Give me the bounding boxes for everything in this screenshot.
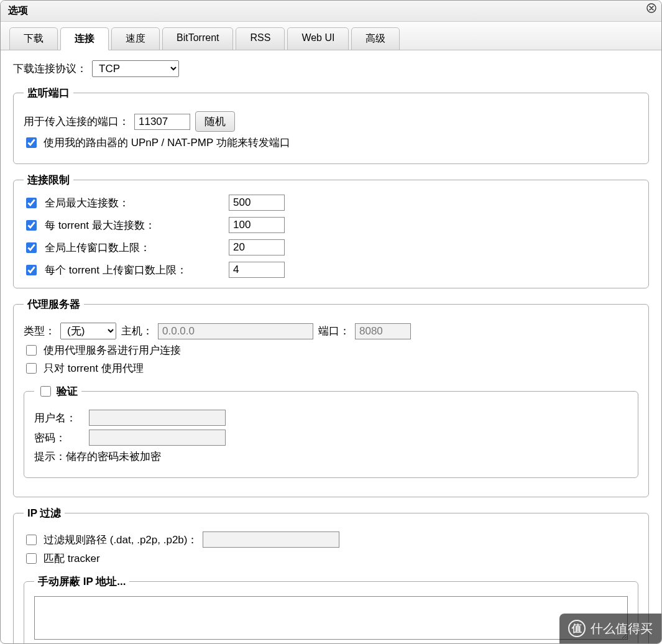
proxy-host-label: 主机：	[121, 324, 153, 338]
proxy-port-input[interactable]	[355, 323, 411, 339]
close-icon[interactable]	[646, 3, 656, 16]
proxy-torrent-only-checkbox[interactable]	[26, 363, 37, 374]
fieldset-connection-limits: 连接限制 全局最大连接数： 每 torrent 最大连接数： 全局上传窗口数上限…	[13, 173, 649, 288]
per-torrent-upload-input[interactable]	[229, 262, 285, 278]
dialog-titlebar: 选项	[1, 1, 661, 22]
per-torrent-upload-label: 每个 torrent 上传窗口数上限：	[45, 263, 187, 277]
global-upload-slots-label: 全局上传窗口数上限：	[45, 241, 150, 255]
legend-connection-limits: 连接限制	[24, 173, 73, 187]
upnp-label: 使用我的路由器的 UPnP / NAT-PMP 功能来转发端口	[44, 136, 290, 150]
tab-download[interactable]: 下载	[9, 27, 58, 50]
global-max-conn-input[interactable]	[229, 195, 285, 211]
ipfilter-path-input[interactable]	[203, 531, 339, 548]
manual-block-textarea[interactable]	[34, 596, 628, 640]
per-torrent-max-conn-input[interactable]	[229, 217, 285, 233]
ipfilter-tracker-label: 匹配 tracker	[44, 551, 100, 566]
tab-rss[interactable]: RSS	[236, 27, 285, 50]
proxy-auth-hint: 提示：储存的密码未被加密	[34, 449, 161, 464]
legend-ip-filter: IP 过滤	[24, 506, 65, 520]
proxy-auth-checkbox[interactable]	[40, 386, 51, 397]
legend-proxy: 代理服务器	[24, 297, 84, 311]
global-max-conn-label: 全局最大连接数：	[45, 196, 129, 210]
dialog-title: 选项	[8, 5, 28, 16]
proxy-peer-label: 使用代理服务器进行用户连接	[44, 343, 181, 357]
incoming-port-input[interactable]	[134, 114, 190, 130]
proxy-user-label: 用户名：	[34, 411, 84, 425]
watermark-overlay: 值 什么值得买	[559, 614, 661, 643]
legend-listen-port: 监听端口	[24, 86, 73, 100]
per-torrent-upload-checkbox[interactable]	[26, 265, 37, 275]
proxy-pass-input[interactable]	[89, 430, 226, 446]
tab-webui[interactable]: Web UI	[287, 27, 349, 50]
fieldset-proxy: 代理服务器 类型： (无) 主机： 端口： 使用代理服务器进行用户连接 只对 t…	[13, 297, 649, 497]
global-upload-slots-input[interactable]	[229, 239, 285, 255]
upnp-checkbox[interactable]	[26, 137, 37, 148]
tab-bittorrent[interactable]: BitTorrent	[162, 27, 233, 50]
proxy-port-label: 端口：	[318, 324, 350, 338]
per-torrent-max-conn-label: 每 torrent 最大连接数：	[45, 218, 155, 232]
legend-manual-block: 手动屏蔽 IP 地址...	[34, 574, 129, 589]
tab-connection[interactable]: 连接	[60, 27, 109, 50]
proxy-type-label: 类型：	[24, 324, 55, 338]
proxy-type-select[interactable]: (无)	[60, 323, 116, 339]
proxy-pass-label: 密码：	[34, 431, 84, 445]
tab-advanced[interactable]: 高级	[351, 27, 400, 50]
proxy-peer-checkbox[interactable]	[26, 345, 37, 356]
options-dialog: 选项 下载 连接 速度 BitTorrent RSS Web UI 高级 下载连…	[0, 0, 662, 644]
global-max-conn-checkbox[interactable]	[26, 198, 37, 208]
fieldset-proxy-auth: 验证 用户名： 密码： 提示：储存的密码未被加密	[24, 384, 638, 478]
protocol-label: 下载连接协议：	[13, 62, 87, 76]
fieldset-ip-filter: IP 过滤 过滤规则路径 (.dat, .p2p, .p2b)： 匹配 trac…	[13, 506, 649, 643]
proxy-torrent-only-label: 只对 torrent 使用代理	[44, 361, 144, 375]
watermark-text: 什么值得买	[591, 620, 653, 637]
watermark-badge-icon: 值	[568, 620, 586, 637]
protocol-select[interactable]: TCP	[92, 60, 179, 77]
dialog-content: 下载连接协议： TCP 监听端口 用于传入连接的端口： 随机 使用我的路由器的 …	[1, 50, 661, 643]
legend-proxy-auth: 验证	[57, 384, 78, 398]
tab-bar: 下载 连接 速度 BitTorrent RSS Web UI 高级	[1, 22, 661, 50]
global-upload-slots-checkbox[interactable]	[26, 242, 37, 253]
fieldset-listen-port: 监听端口 用于传入连接的端口： 随机 使用我的路由器的 UPnP / NAT-P…	[13, 86, 649, 164]
ipfilter-tracker-checkbox[interactable]	[26, 553, 37, 564]
incoming-port-label: 用于传入连接的端口：	[24, 114, 129, 129]
ipfilter-path-label: 过滤规则路径 (.dat, .p2p, .p2b)：	[44, 533, 198, 547]
tab-speed[interactable]: 速度	[111, 27, 160, 50]
random-port-button[interactable]: 随机	[195, 111, 235, 132]
ipfilter-path-checkbox[interactable]	[26, 535, 37, 545]
per-torrent-max-conn-checkbox[interactable]	[26, 220, 37, 231]
proxy-user-input[interactable]	[89, 410, 226, 426]
proxy-host-input[interactable]	[158, 323, 313, 339]
fieldset-manual-block: 手动屏蔽 IP 地址...	[24, 574, 638, 643]
